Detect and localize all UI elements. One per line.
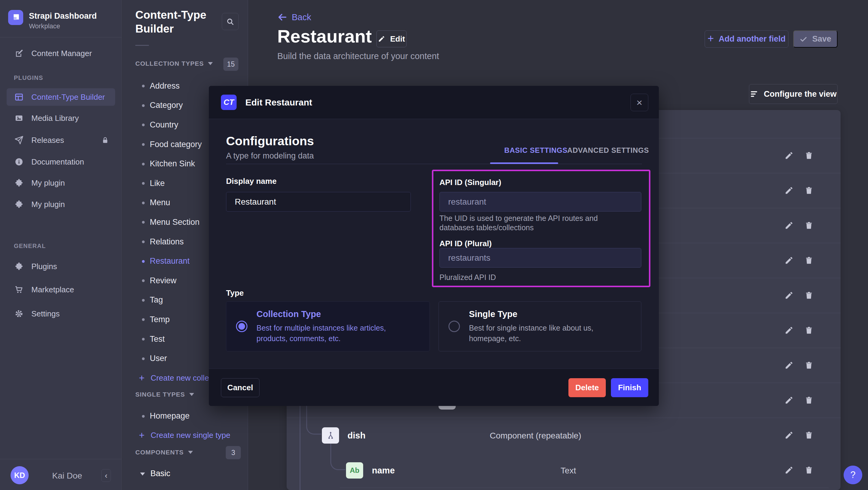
delete-field-button[interactable] (804, 361, 813, 370)
edit-field-button[interactable] (784, 326, 794, 335)
components-section[interactable]: COMPONENTS (135, 449, 193, 456)
delete-field-button[interactable] (804, 151, 813, 160)
delete-field-button[interactable] (804, 221, 813, 230)
avatar[interactable]: KD (10, 466, 29, 484)
close-icon: × (637, 97, 643, 109)
collapse-sidebar-button[interactable]: ‹ (101, 469, 111, 482)
delete-field-button[interactable] (804, 466, 813, 474)
sidebar-item-my-plugin-1[interactable]: My plugin (7, 174, 115, 192)
sidebar-item-label: Settings (31, 309, 60, 318)
table-row-actions (784, 361, 813, 370)
strapi-logo[interactable] (8, 10, 23, 25)
table-row-actions (784, 396, 813, 405)
puzzle-icon (14, 200, 24, 209)
tab-basic-settings[interactable]: BASIC SETTINGS (504, 146, 567, 155)
table-row-actions (784, 221, 813, 230)
card-text: Single Type Best for single instance lik… (469, 309, 631, 344)
app-name: Strapi Dashboard (29, 11, 97, 21)
edit-field-button[interactable] (784, 431, 794, 440)
sidebar-item-documentation[interactable]: Documentation (7, 153, 115, 171)
save-button[interactable]: Save (793, 30, 838, 48)
table-row-actions (784, 466, 813, 474)
sidebar-item-my-plugin-2[interactable]: My plugin (7, 195, 115, 213)
general-section-label: GENERAL (14, 243, 46, 249)
single-type-title: Single Type (469, 309, 631, 319)
radio-selected-icon[interactable] (236, 320, 247, 332)
type-label: Type (226, 288, 244, 298)
display-name-label: Display name (226, 177, 277, 186)
collection-types-section[interactable]: COLLECTION TYPES (135, 60, 213, 67)
page-subtitle: Build the data architecture of your cont… (277, 51, 439, 61)
delete-field-button[interactable] (804, 431, 813, 440)
edit-button[interactable]: Edit (376, 30, 407, 47)
single-types-section[interactable]: SINGLE TYPES (135, 391, 194, 398)
add-field-label: Add another field (719, 34, 786, 44)
edit-field-button[interactable] (784, 221, 794, 230)
delete-field-button[interactable] (804, 396, 813, 405)
search-button[interactable] (222, 13, 239, 30)
cart-icon (14, 285, 24, 294)
active-tab-indicator (490, 162, 558, 164)
sidebar-item-label: My plugin (31, 200, 65, 209)
tree-rail (330, 443, 345, 470)
sidebar-item-content-manager[interactable]: Content Manager (7, 44, 115, 62)
sidebar-item-label: My plugin (31, 178, 65, 188)
finish-button[interactable]: Finish (611, 378, 648, 397)
create-single-type-link[interactable]: + Create new single type (139, 430, 230, 441)
field-type: Text (561, 466, 576, 476)
edit-field-button[interactable] (784, 396, 794, 405)
component-group-basic[interactable]: Basic (140, 469, 170, 478)
back-link[interactable]: Back (277, 12, 311, 22)
collection-type-card[interactable]: Collection Type Best for multiple instan… (226, 301, 430, 351)
display-name-input[interactable] (226, 192, 411, 212)
field-name: name (372, 466, 395, 476)
configure-view-button[interactable]: Configure the view (749, 84, 838, 104)
collection-type-desc: Best for multiple instances like article… (256, 323, 404, 344)
filter-lines-icon (750, 90, 759, 98)
single-type-homepage[interactable]: Homepage (150, 411, 190, 421)
delete-field-button[interactable] (804, 326, 813, 335)
api-id-singular-input[interactable] (439, 192, 641, 212)
help-button[interactable]: ? (844, 466, 862, 484)
section-label: COMPONENTS (135, 449, 184, 456)
info-icon (14, 157, 24, 166)
add-another-field-button[interactable]: + Add another field (705, 30, 788, 48)
edit-field-button[interactable] (784, 466, 794, 474)
table-row-actions (784, 291, 813, 300)
sidebar-item-content-type-builder[interactable]: Content-Type Builder (7, 88, 115, 106)
edit-field-button[interactable] (784, 186, 794, 195)
edit-field-button[interactable] (784, 256, 794, 265)
edit-field-button[interactable] (784, 291, 794, 300)
plus-icon: + (139, 372, 145, 384)
edit-field-button[interactable] (784, 361, 794, 370)
sidebar-item-label: Content Manager (31, 49, 92, 58)
back-label: Back (292, 12, 311, 22)
configurations-heading: Configurations (226, 134, 314, 148)
edit-field-button[interactable] (784, 151, 794, 160)
chevron-down-icon (208, 62, 213, 65)
close-button[interactable]: × (630, 94, 648, 111)
lock-icon (101, 136, 109, 144)
sidebar-item-marketplace[interactable]: Marketplace (7, 281, 115, 298)
single-type-card[interactable]: Single Type Best for single instance lik… (438, 301, 641, 351)
chevron-down-icon (188, 451, 193, 454)
divider (135, 45, 149, 46)
delete-button[interactable]: Delete (568, 378, 606, 397)
tab-advanced-settings[interactable]: ADVANCED SETTINGS (567, 146, 649, 155)
sidebar-item-label: Releases (31, 135, 64, 145)
delete-field-button[interactable] (804, 291, 813, 300)
sidebar-item-settings[interactable]: Settings (7, 305, 115, 323)
collection-type-title: Collection Type (256, 309, 404, 319)
search-icon (226, 18, 235, 26)
collection-count-badge: 15 (223, 58, 239, 71)
radio-unselected-icon[interactable] (448, 320, 460, 332)
arrow-left-icon (277, 12, 287, 22)
sidebar-item-plugins[interactable]: Plugins (7, 258, 115, 275)
sidebar-item-releases[interactable]: Releases (7, 131, 115, 149)
delete-field-button[interactable] (804, 186, 813, 195)
table-row-actions (784, 326, 813, 335)
api-id-plural-input[interactable] (439, 248, 641, 268)
sidebar-item-media-library[interactable]: Media Library (7, 110, 115, 127)
delete-field-button[interactable] (804, 256, 813, 265)
cancel-button[interactable]: Cancel (221, 378, 259, 397)
